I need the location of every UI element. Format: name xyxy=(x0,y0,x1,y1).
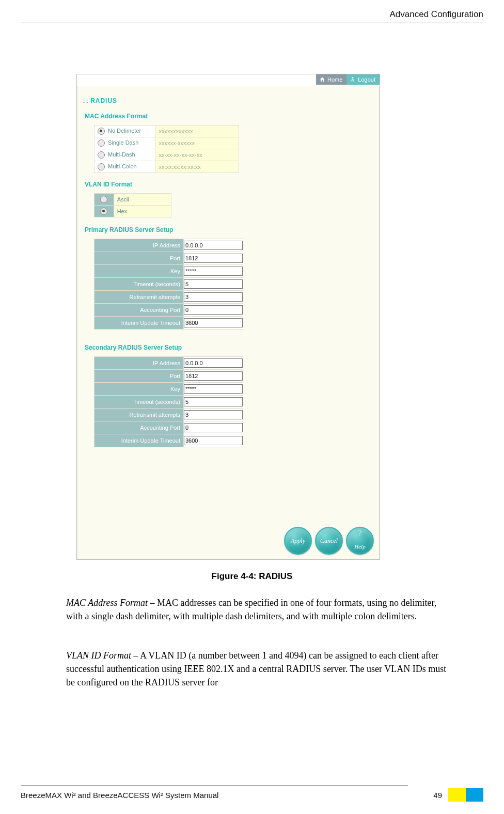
mac-label: Multi-Dash xyxy=(108,151,135,158)
mac-label: No Delimeter xyxy=(108,128,141,134)
table-row: Accounting Port xyxy=(94,304,243,317)
primary-timeout-input[interactable] xyxy=(184,279,243,289)
footer-rule xyxy=(21,786,408,786)
primary-key-input[interactable] xyxy=(184,267,243,276)
header-rule xyxy=(21,23,483,23)
cancel-button[interactable]: Cancel xyxy=(315,527,343,555)
footer-brand-band xyxy=(448,788,483,802)
secondary-acct-input[interactable] xyxy=(184,423,243,432)
radius-config-screenshot: Home Logout :::: RADIUS MAC Address Form… xyxy=(76,74,380,560)
mac-example: xxxxxx-xxxxxx xyxy=(155,137,239,149)
radio-single-dash[interactable] xyxy=(98,139,105,147)
field-label: Timeout (seconds) xyxy=(94,396,184,409)
primary-port-input[interactable] xyxy=(184,254,243,263)
secondary-radius-table: IP Address Port Key Timeout (seconds) Re… xyxy=(94,356,243,447)
secondary-port-input[interactable] xyxy=(184,371,243,381)
primary-interim-input[interactable] xyxy=(184,318,243,327)
mac-row-multi-colon: Multi-Colon xx:xx:xx:xx:xx:xx xyxy=(94,161,239,173)
mac-row-single-dash: Single Dash xxxxxx-xxxxxx xyxy=(94,137,239,149)
secondary-retransmit-input[interactable] xyxy=(184,410,243,419)
field-label: Accounting Port xyxy=(94,304,184,317)
para-lead: VLAN ID Format xyxy=(66,650,131,661)
field-label: Key xyxy=(94,383,184,396)
radio-no-delimiter[interactable] xyxy=(98,128,105,135)
mac-label: Multi-Colon xyxy=(108,163,137,169)
home-button[interactable]: Home xyxy=(316,74,346,85)
field-label: Accounting Port xyxy=(94,421,184,434)
table-row: Timeout (seconds) xyxy=(94,396,243,409)
title-dots-icon: :::: xyxy=(83,98,88,104)
vlan-format-table: Ascii Hex xyxy=(94,193,171,217)
primary-acct-input[interactable] xyxy=(184,305,243,315)
radio-hex[interactable] xyxy=(100,208,107,215)
footer-page-number: 49 xyxy=(433,791,442,800)
vlan-row-ascii: Ascii xyxy=(94,194,171,206)
home-label: Home xyxy=(327,76,342,83)
table-row: Port xyxy=(94,370,243,383)
table-row: Interim Update Timeout xyxy=(94,434,243,447)
field-label: Interim Update Timeout xyxy=(94,434,184,447)
table-row: IP Address xyxy=(94,239,243,252)
para-lead: MAC Address Format xyxy=(66,598,148,608)
apply-label: Apply xyxy=(291,537,305,545)
table-row: IP Address xyxy=(94,357,243,370)
secondary-radius-heading: Secondary RADIUS Server Setup xyxy=(85,344,182,351)
panel-body: :::: RADIUS MAC Address Format No Delime… xyxy=(77,86,380,559)
mac-example: xxxxxxxxxxxx xyxy=(155,126,239,137)
secondary-key-input[interactable] xyxy=(184,384,243,394)
logout-button[interactable]: Logout xyxy=(346,74,380,85)
mac-example: xx-xx-xx-xx-xx-xx xyxy=(155,149,239,161)
topbar: Home Logout xyxy=(316,74,380,85)
paragraph-mac-format: MAC Address Format – MAC addresses can b… xyxy=(66,596,448,623)
footer-manual-title: BreezeMAX Wi² and BreezeACCESS Wi² Syste… xyxy=(21,791,218,800)
mac-format-heading: MAC Address Format xyxy=(85,113,148,120)
mac-row-multi-dash: Multi-Dash xx-xx-xx-xx-xx-xx xyxy=(94,149,239,161)
help-icon: ? xyxy=(358,529,361,538)
logout-label: Logout xyxy=(358,76,375,83)
vlan-format-heading: VLAN ID Format xyxy=(85,181,132,188)
cancel-label: Cancel xyxy=(320,537,338,545)
help-button[interactable]: ?Help xyxy=(346,527,374,555)
apply-button[interactable]: Apply xyxy=(284,527,312,555)
field-label: Retransmit attempts xyxy=(94,409,184,421)
logout-icon xyxy=(350,76,356,83)
secondary-timeout-input[interactable] xyxy=(184,397,243,406)
field-label: IP Address xyxy=(94,239,184,252)
table-row: Interim Update Timeout xyxy=(94,317,243,330)
mac-example: xx:xx:xx:xx:xx:xx xyxy=(155,161,239,173)
primary-ip-input[interactable] xyxy=(184,241,243,250)
mac-row-no-delim: No Delimeter xxxxxxxxxxxx xyxy=(94,126,239,137)
radio-ascii[interactable] xyxy=(100,196,107,203)
radio-multi-colon[interactable] xyxy=(98,163,105,170)
figure-caption: Figure 4-4: RADIUS xyxy=(0,571,504,582)
vlan-row-hex: Hex xyxy=(94,206,171,217)
home-icon xyxy=(319,76,325,83)
table-row: Accounting Port xyxy=(94,421,243,434)
field-label: Port xyxy=(94,252,184,265)
title-text: RADIUS xyxy=(90,97,117,104)
table-row: Retransmit attempts xyxy=(94,409,243,421)
action-buttons: Apply Cancel ?Help xyxy=(284,527,374,555)
secondary-interim-input[interactable] xyxy=(184,436,243,445)
help-label: Help xyxy=(354,543,365,550)
field-label: IP Address xyxy=(94,357,184,370)
field-label: Port xyxy=(94,370,184,383)
primary-radius-table: IP Address Port Key Timeout (seconds) Re… xyxy=(94,239,243,330)
mac-label: Single Dash xyxy=(108,139,138,146)
table-row: Retransmit attempts xyxy=(94,291,243,304)
vlan-label: Hex xyxy=(114,206,171,217)
primary-radius-heading: Primary RADIUS Server Setup xyxy=(85,226,173,233)
vlan-label: Ascii xyxy=(114,194,171,206)
field-label: Key xyxy=(94,265,184,278)
paragraph-vlan-format: VLAN ID Format – A VLAN ID (a number bet… xyxy=(66,649,448,689)
secondary-ip-input[interactable] xyxy=(184,358,243,368)
field-label: Timeout (seconds) xyxy=(94,278,184,291)
mac-format-table: No Delimeter xxxxxxxxxxxx Single Dash xx… xyxy=(94,125,239,173)
primary-retransmit-input[interactable] xyxy=(184,292,243,302)
field-label: Interim Update Timeout xyxy=(94,317,184,330)
radio-multi-dash[interactable] xyxy=(98,151,105,159)
table-row: Key xyxy=(94,265,243,278)
field-label: Retransmit attempts xyxy=(94,291,184,304)
page-header-section: Advanced Configuration xyxy=(390,9,483,20)
table-row: Port xyxy=(94,252,243,265)
